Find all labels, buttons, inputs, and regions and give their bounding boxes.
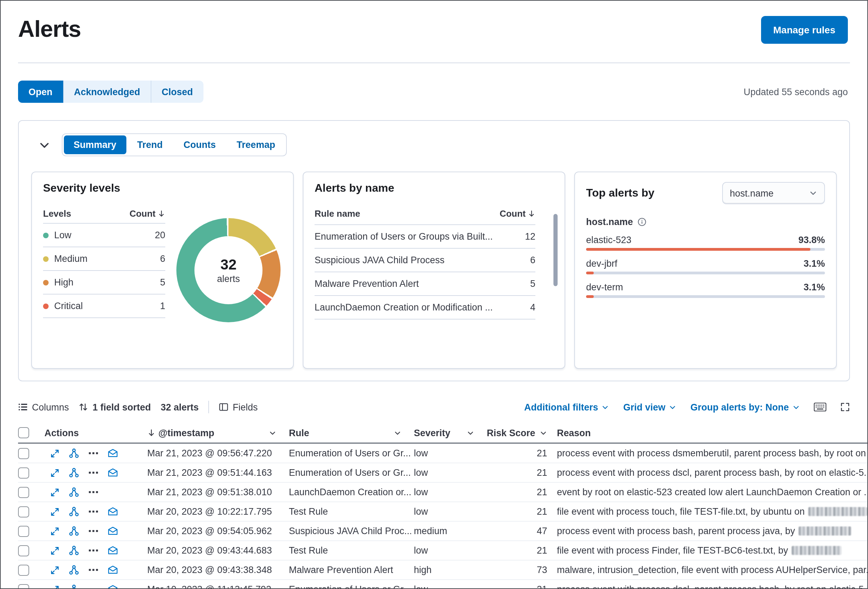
select-all-checkbox[interactable] [18, 427, 29, 438]
collapse-chevron-icon[interactable] [38, 139, 51, 151]
row-checkbox[interactable] [18, 545, 29, 556]
severity-row-medium: Medium 6 [43, 247, 165, 271]
alert-row: Mar 20, 2023 @ 09:54:05.962 Suspicious J… [18, 522, 867, 541]
alerts-by-name-title: Alerts by name [314, 182, 554, 195]
donut-total-label: alerts [217, 274, 240, 284]
expand-alert-icon[interactable] [50, 526, 60, 536]
add-to-timeline-icon[interactable] [108, 584, 118, 589]
alert-row: Mar 20, 2023 @ 10:22:17.795 Test Rule lo… [18, 502, 867, 522]
row-checkbox[interactable] [18, 506, 29, 517]
filter-closed[interactable]: Closed [151, 81, 204, 103]
analyze-event-icon[interactable] [69, 584, 79, 589]
alerts-by-name-card: Alerts by name Rule name Count Enumerati… [303, 171, 565, 369]
tab-trend[interactable]: Trend [127, 136, 173, 154]
top-alerts-field-select[interactable]: host.name [722, 182, 825, 204]
severity-donut-chart[interactable]: 32 alerts [176, 218, 280, 322]
col-header-severity[interactable]: Severity [411, 428, 484, 438]
add-to-timeline-icon[interactable] [108, 468, 118, 478]
analyze-event-icon[interactable] [69, 487, 79, 497]
row-checkbox[interactable] [18, 467, 29, 478]
abn-row: LaunchDaemon Creation or Modification ..… [314, 296, 535, 319]
more-actions-icon[interactable] [88, 545, 99, 556]
scrollbar-thumb[interactable] [554, 214, 558, 286]
donut-total: 32 [220, 256, 237, 273]
medium-dot-icon [43, 256, 49, 261]
expand-alert-icon[interactable] [50, 565, 60, 575]
timestamp-cell: Mar 21, 2023 @ 09:51:38.010 [147, 487, 286, 497]
rule-cell: Test Rule [286, 506, 411, 517]
timestamp-cell: Mar 10, 2023 @ 11:13:45.792 [147, 584, 286, 589]
tab-counts[interactable]: Counts [174, 136, 226, 154]
row-checkbox[interactable] [18, 526, 29, 537]
more-actions-icon[interactable] [88, 448, 99, 458]
analyze-event-icon[interactable] [69, 545, 79, 556]
filter-open[interactable]: Open [18, 81, 63, 103]
grid-view-button[interactable]: Grid view [623, 402, 677, 412]
more-actions-icon[interactable] [88, 565, 99, 575]
risk-score-cell: 47 [484, 526, 557, 536]
filter-acknowledged[interactable]: Acknowledged [63, 81, 151, 103]
col-header-risk-score[interactable]: Risk Score [484, 428, 557, 438]
alert-row: Mar 21, 2023 @ 09:51:38.010 LaunchDaemon… [18, 483, 867, 502]
severity-col-levels: Levels [43, 208, 71, 219]
fullscreen-icon[interactable] [840, 402, 850, 412]
analyze-event-icon[interactable] [69, 448, 79, 458]
severity-col-count[interactable]: Count [130, 208, 165, 219]
add-to-timeline-icon[interactable] [108, 526, 118, 536]
row-checkbox[interactable] [18, 487, 29, 497]
tab-summary[interactable]: Summary [64, 136, 126, 154]
analyze-event-icon[interactable] [69, 526, 79, 536]
expand-alert-icon[interactable] [50, 487, 60, 497]
row-checkbox[interactable] [18, 448, 29, 459]
reason-cell: process event with process dscl, parent … [557, 468, 867, 478]
severity-row-critical: Critical 1 [43, 294, 165, 318]
add-to-timeline-icon[interactable] [108, 565, 118, 575]
sort-icon [79, 402, 89, 412]
sorted-down-icon [147, 428, 155, 437]
abn-col-count[interactable]: Count [500, 208, 535, 219]
top-alerts-title: Top alerts by [586, 187, 654, 199]
keyboard-shortcuts-icon[interactable] [814, 402, 826, 412]
risk-score-cell: 73 [484, 565, 557, 575]
more-actions-icon[interactable] [88, 526, 99, 536]
add-to-timeline-icon[interactable] [108, 448, 118, 458]
analyze-event-icon[interactable] [69, 468, 79, 478]
more-actions-icon[interactable] [88, 468, 99, 478]
col-header-timestamp[interactable]: @timestamp [147, 428, 286, 438]
group-alerts-button[interactable]: Group alerts by: None [690, 402, 800, 412]
timestamp-cell: Mar 21, 2023 @ 09:51:44.163 [147, 468, 286, 478]
analyze-event-icon[interactable] [69, 506, 79, 517]
info-icon[interactable] [637, 217, 646, 226]
row-checkbox[interactable] [18, 584, 29, 589]
expand-alert-icon[interactable] [50, 585, 60, 589]
panel-header: Summary Trend Counts Treemap [38, 133, 837, 156]
expand-alert-icon[interactable] [50, 546, 60, 555]
reason-cell: process event with process bash, parent … [557, 526, 867, 536]
add-to-timeline-icon[interactable] [108, 545, 118, 556]
reason-cell: process event with process dscl, parent … [557, 584, 867, 589]
severity-row-high: High 5 [43, 271, 165, 294]
alert-row: Mar 21, 2023 @ 09:56:47.220 Enumeration … [18, 444, 867, 463]
rule-cell: Test Rule [286, 545, 411, 556]
more-actions-icon[interactable] [88, 584, 99, 589]
page-title: Alerts [18, 15, 81, 44]
tab-treemap[interactable]: Treemap [227, 136, 285, 154]
risk-score-cell: 21 [484, 506, 557, 517]
add-to-timeline-icon[interactable] [108, 506, 118, 517]
risk-score-cell: 21 [484, 448, 557, 458]
sort-fields-button[interactable]: 1 field sorted [79, 402, 151, 412]
analyze-event-icon[interactable] [69, 565, 79, 575]
manage-rules-button[interactable]: Manage rules [761, 16, 848, 44]
fields-button[interactable]: Fields [219, 402, 258, 412]
severity-cell: low [411, 584, 484, 589]
more-actions-icon[interactable] [88, 506, 99, 517]
grid-toolbar: Columns 1 field sorted 32 alerts Fields … [18, 399, 850, 415]
more-actions-icon[interactable] [88, 487, 99, 497]
expand-alert-icon[interactable] [50, 507, 60, 517]
col-header-rule[interactable]: Rule [286, 428, 411, 438]
expand-alert-icon[interactable] [50, 468, 60, 478]
expand-alert-icon[interactable] [50, 448, 60, 458]
additional-filters-button[interactable]: Additional filters [524, 402, 609, 412]
columns-button[interactable]: Columns [18, 402, 69, 412]
row-checkbox[interactable] [18, 564, 29, 576]
